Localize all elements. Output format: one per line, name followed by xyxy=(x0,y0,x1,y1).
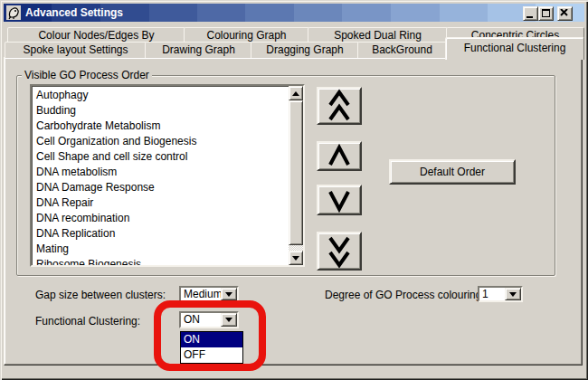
default-order-button[interactable]: Default Order xyxy=(389,159,516,185)
move-up-button[interactable] xyxy=(317,141,362,171)
gap-size-value: Medium xyxy=(184,288,223,300)
app-icon xyxy=(6,5,21,20)
go-process-list: Autophagy Budding Carbohydrate Metabolis… xyxy=(33,88,287,265)
list-item[interactable]: Carbohydrate Metabolism xyxy=(33,119,287,134)
functional-clustering-value: ON xyxy=(184,313,200,326)
triangle-down-icon xyxy=(225,318,232,322)
minimize-icon xyxy=(526,16,533,18)
functional-clustering-label: Functional Clustering: xyxy=(35,314,140,328)
title-bar[interactable]: Advanced Settings xyxy=(4,4,584,22)
group-label: Visible GO Process Order xyxy=(22,69,152,81)
scroll-up-button[interactable] xyxy=(289,86,303,100)
maximize-icon xyxy=(542,9,550,17)
list-item[interactable]: DNA metabolism xyxy=(33,165,287,180)
list-item[interactable]: DNA Damage Response xyxy=(33,180,287,195)
visible-go-process-order-group: Visible GO Process Order Autophagy Buddi… xyxy=(16,75,555,276)
triangle-down-icon xyxy=(292,256,299,261)
list-scrollbar[interactable] xyxy=(289,86,303,265)
triangle-down-icon xyxy=(225,292,232,297)
tab-spoked-dual-ring[interactable]: Spoked Dual Ring xyxy=(308,27,448,43)
close-icon xyxy=(560,9,568,16)
tab-drawing-graph[interactable]: Drawing Graph xyxy=(145,42,252,58)
move-down-button[interactable] xyxy=(317,185,362,215)
window-title: Advanced Settings xyxy=(25,6,123,19)
go-process-listbox[interactable]: Autophagy Budding Carbohydrate Metabolis… xyxy=(30,84,305,267)
list-item[interactable]: Ribosome Biogenesis xyxy=(33,257,287,265)
scroll-down-button[interactable] xyxy=(289,251,303,265)
move-to-top-button[interactable] xyxy=(317,87,362,125)
dropdown-option-on[interactable]: ON xyxy=(181,332,242,347)
gap-size-label: Gap size between clusters: xyxy=(35,288,166,302)
functional-clustering-dropdown-button[interactable] xyxy=(221,313,237,327)
minimize-button[interactable] xyxy=(523,6,538,21)
degree-value: 1 xyxy=(482,288,488,300)
list-item[interactable]: DNA Repair xyxy=(33,195,287,211)
tab-colour-nodes-edges-by[interactable]: Colour Nodes/Edges By xyxy=(7,27,185,43)
list-item[interactable]: Cell Organization and Biogenesis xyxy=(33,134,287,149)
functional-clustering-combobox[interactable]: ON xyxy=(179,311,239,328)
gap-size-dropdown-button[interactable] xyxy=(221,288,237,300)
maximize-button[interactable] xyxy=(538,6,554,21)
degree-dropdown-button[interactable] xyxy=(505,288,521,300)
close-button[interactable] xyxy=(557,6,573,21)
functional-clustering-dropdown-list[interactable]: ON OFF xyxy=(180,331,243,364)
degree-label: Degree of GO Process colouring: xyxy=(325,288,485,302)
triangle-up-icon xyxy=(292,91,299,96)
list-item[interactable]: Cell Shape and cell size control xyxy=(33,149,287,165)
tab-dragging-graph[interactable]: Dragging Graph xyxy=(251,42,359,58)
functional-clustering-panel: Visible GO Process Order Autophagy Buddi… xyxy=(4,57,583,366)
list-item[interactable]: DNA recombination xyxy=(33,211,287,226)
tab-background[interactable]: BackGround xyxy=(357,42,447,58)
triangle-down-icon xyxy=(509,292,517,297)
move-to-bottom-button[interactable] xyxy=(317,232,362,271)
gap-size-combobox[interactable]: Medium xyxy=(179,286,239,302)
tab-colouring-graph[interactable]: Colouring Graph xyxy=(184,27,309,43)
advanced-settings-dialog: Advanced Settings Colour Nodes/Edges By … xyxy=(0,0,588,380)
chevron-down-icon xyxy=(318,186,360,214)
double-chevron-down-icon xyxy=(318,233,360,269)
list-item[interactable]: DNA Replication xyxy=(33,226,287,242)
list-item[interactable]: Autophagy xyxy=(33,88,287,103)
tab-functional-clustering[interactable]: Functional Clustering xyxy=(445,37,584,60)
list-item[interactable]: Budding xyxy=(33,103,287,119)
tab-spoke-layout-settings[interactable]: Spoke layout Settings xyxy=(5,42,147,58)
degree-combobox[interactable]: 1 xyxy=(478,286,523,302)
list-item[interactable]: Mating xyxy=(33,242,287,257)
dropdown-option-off[interactable]: OFF xyxy=(181,347,242,363)
chevron-up-icon xyxy=(318,143,360,169)
window-controls xyxy=(523,6,573,21)
double-chevron-up-icon xyxy=(318,89,360,123)
scrollbar-thumb[interactable] xyxy=(289,100,303,245)
